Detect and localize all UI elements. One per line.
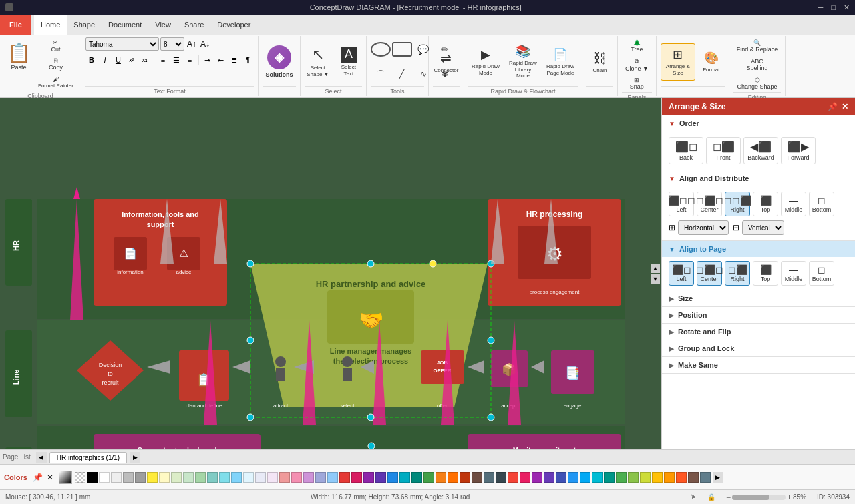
- page-nav-right[interactable]: ▶: [130, 452, 140, 463]
- align-right-button[interactable]: ≡: [184, 54, 196, 66]
- spelling-button[interactable]: ABC Spelling: [743, 56, 772, 73]
- file-menu-button[interactable]: File: [0, 15, 31, 35]
- pin-icon[interactable]: 📌: [828, 102, 838, 111]
- material-light-green-swatch[interactable]: [628, 472, 639, 483]
- material-teal-swatch[interactable]: [604, 472, 615, 483]
- black-swatch[interactable]: [87, 472, 98, 483]
- pink-swatch[interactable]: [279, 472, 290, 483]
- align-bottom-button[interactable]: ◻ Bottom: [809, 192, 834, 216]
- font-select[interactable]: Tahoma: [86, 37, 159, 51]
- tree-button[interactable]: 🌲 Tree: [627, 37, 647, 55]
- teal-swatch[interactable]: [207, 472, 218, 483]
- scroll-down[interactable]: ▼: [651, 274, 660, 284]
- blue-gray-swatch[interactable]: [484, 472, 494, 483]
- align-middle-button[interactable]: — Middle: [781, 192, 806, 216]
- group-lock-section[interactable]: ▶ Group and Lock: [662, 340, 855, 357]
- menu-shape[interactable]: Shape: [67, 15, 102, 35]
- arc-tool[interactable]: ⌒: [371, 67, 391, 81]
- indigo-swatch[interactable]: [315, 472, 326, 483]
- rapid-draw-page-button[interactable]: 📄 Rapid Draw Page Mode: [543, 43, 578, 81]
- gray-swatch[interactable]: [123, 472, 134, 483]
- canvas-area[interactable]: HR Line Organisation Information, tools …: [0, 98, 661, 449]
- light-gray-swatch[interactable]: [111, 472, 122, 483]
- select-text-button[interactable]: A Select Text: [335, 43, 362, 81]
- orange-swatch[interactable]: [448, 472, 458, 483]
- color-picker-button[interactable]: [59, 471, 72, 484]
- connector-button[interactable]: ⇌ Connector: [433, 43, 460, 81]
- minimize-button[interactable]: ─: [818, 3, 824, 12]
- material-deep-purple-swatch[interactable]: [544, 472, 554, 483]
- light-blue-swatch[interactable]: [231, 472, 242, 483]
- align-top-button[interactable]: ⬛ Top: [753, 192, 778, 216]
- burnt-orange-swatch[interactable]: [460, 472, 470, 483]
- snap-button[interactable]: ⊞ Snap: [627, 75, 647, 92]
- menu-share[interactable]: Share: [178, 15, 210, 35]
- zoom-out-button[interactable]: −: [726, 493, 731, 502]
- yellow-swatch[interactable]: [147, 472, 158, 483]
- select-shape-button[interactable]: ↖ Select Shape ▼: [305, 43, 331, 81]
- light-yellow-swatch[interactable]: [159, 472, 170, 483]
- bright-blue-swatch[interactable]: [387, 472, 398, 483]
- purple-swatch[interactable]: [303, 472, 314, 483]
- scroll-up[interactable]: ▲: [651, 264, 660, 273]
- rapid-draw-library-button[interactable]: 📚 Rapid Draw Library Mode: [506, 43, 540, 81]
- material-deep-orange-swatch[interactable]: [676, 472, 687, 483]
- material-blue-gray-swatch[interactable]: [700, 472, 711, 483]
- maximize-button[interactable]: □: [831, 3, 836, 12]
- italic-button[interactable]: I: [99, 54, 111, 66]
- format-button[interactable]: 🎨 Format: [698, 43, 725, 81]
- zoom-in-button[interactable]: +: [787, 493, 792, 502]
- medium-gray-swatch[interactable]: [135, 472, 146, 483]
- font-grow-button[interactable]: A↑: [186, 38, 198, 50]
- chain-button[interactable]: ⛓ Chain: [586, 43, 613, 81]
- rect-tool[interactable]: [392, 42, 412, 57]
- horizontal-dist-select[interactable]: Horizontal: [678, 220, 729, 235]
- close-colors-button[interactable]: ✕: [47, 473, 53, 482]
- indent-button[interactable]: ⇥: [202, 54, 214, 66]
- find-replace-button[interactable]: 🔍 Find & Replace: [733, 37, 782, 55]
- dark-cyan-swatch[interactable]: [399, 472, 410, 483]
- menu-view[interactable]: View: [148, 15, 178, 35]
- lavender-swatch[interactable]: [255, 472, 266, 483]
- list-button[interactable]: ≣: [228, 54, 240, 66]
- paste-button[interactable]: 📋 Paste: [4, 37, 33, 75]
- pin-colors-button[interactable]: 📌: [33, 473, 43, 482]
- material-light-blue-swatch[interactable]: [580, 472, 590, 483]
- material-amber-swatch[interactable]: [652, 472, 663, 483]
- dark-blue-gray-swatch[interactable]: [496, 472, 506, 483]
- material-cyan-swatch[interactable]: [592, 472, 603, 483]
- subscript-button[interactable]: x₂: [139, 54, 151, 66]
- make-same-section[interactable]: ▶ Make Same: [662, 357, 855, 374]
- paragraph-button[interactable]: ¶: [242, 54, 254, 66]
- rapid-draw-mode-button[interactable]: ▶ Rapid Draw Mode: [468, 43, 503, 81]
- vertical-dist-select[interactable]: Vertical: [742, 220, 784, 235]
- bold-button[interactable]: B: [86, 54, 98, 66]
- font-size-select[interactable]: 8: [160, 37, 184, 51]
- material-lime-swatch[interactable]: [640, 472, 651, 483]
- hot-pink-swatch[interactable]: [291, 472, 302, 483]
- copy-button[interactable]: ⎘ Copy: [35, 55, 77, 73]
- menu-developer[interactable]: Developer: [210, 15, 257, 35]
- backward-button[interactable]: ◀⬛ Backward: [743, 137, 778, 164]
- deep-purple-swatch[interactable]: [375, 472, 386, 483]
- material-orange-swatch[interactable]: [664, 472, 675, 483]
- align-center-h-button[interactable]: ◻⬛◻ Center: [697, 192, 722, 216]
- forward-button[interactable]: ⬛▶ Forward: [781, 137, 816, 164]
- cut-button[interactable]: ✂ Cut: [35, 37, 77, 55]
- material-blue-swatch[interactable]: [568, 472, 578, 483]
- atp-middle-button[interactable]: — Middle: [781, 261, 806, 286]
- material-brown-swatch[interactable]: [688, 472, 699, 483]
- rotate-flip-section[interactable]: ▶ Rotate and Flip: [662, 324, 855, 340]
- order-section-header[interactable]: ▼ Order: [662, 115, 855, 132]
- amber-swatch[interactable]: [436, 472, 446, 483]
- align-right-button[interactable]: ◻◻⬛ Right: [725, 192, 750, 216]
- material-purple-swatch[interactable]: [532, 472, 542, 483]
- menu-document[interactable]: Document: [102, 15, 148, 35]
- font-shrink-button[interactable]: A↓: [199, 38, 211, 50]
- back-button[interactable]: ⬛◻ Back: [669, 137, 703, 164]
- brown-swatch[interactable]: [472, 472, 482, 483]
- align-center-button[interactable]: ☰: [170, 54, 182, 66]
- atp-left-button[interactable]: ⬛◻ Left: [669, 261, 694, 286]
- format-painter-button[interactable]: 🖌 Format Painter: [35, 73, 77, 91]
- outdent-button[interactable]: ⇤: [215, 54, 227, 66]
